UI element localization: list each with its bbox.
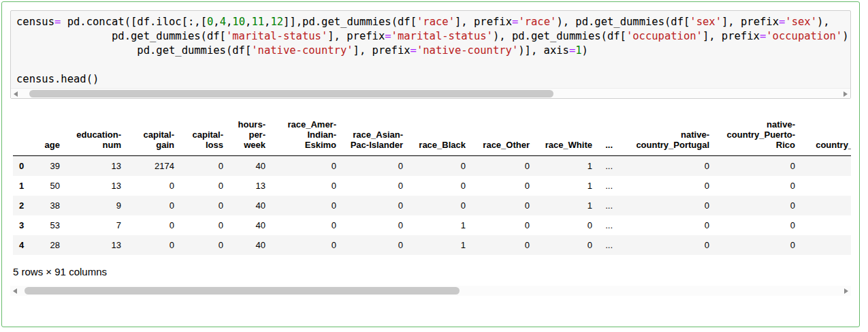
table-cell: 0 — [342, 176, 409, 196]
table-header-row: ageeducation-numcapital-gaincapital-loss… — [13, 115, 851, 156]
code-line: pd.get_dummies(df['native-country'], pre… — [16, 44, 845, 58]
table-cell: 53 — [36, 215, 66, 235]
table-cell: ... — [598, 235, 619, 255]
output-area: ageeducation-numcapital-gaincapital-loss… — [10, 115, 851, 296]
table-cell: 0 — [409, 196, 472, 215]
column-header: native-country_Scotland — [801, 115, 851, 156]
notebook-cell[interactable]: census= pd.concat([df.iloc[:,[0,4,10,11,… — [1, 1, 860, 327]
table-cell: ... — [598, 156, 619, 177]
table-cell: 0 — [272, 156, 342, 177]
table-cell: 0 — [127, 176, 180, 196]
output-h-scrollbar[interactable] — [10, 286, 851, 296]
scroll-right-arrow-icon[interactable] — [841, 286, 851, 296]
table-row: 03913217404000001...000 — [13, 156, 851, 177]
table-cell: 39 — [36, 156, 66, 177]
table-row: 2389004000001...000 — [13, 196, 851, 215]
table-cell: 40 — [229, 196, 272, 215]
table-cell: 1 — [536, 176, 598, 196]
column-header: race_Other — [472, 115, 536, 156]
table-cell: 0 — [472, 156, 536, 177]
column-header: education-num — [66, 115, 127, 156]
table-body: 03913217404000001...00015013001300001...… — [13, 156, 851, 256]
table-cell: 40 — [229, 156, 272, 177]
table-cell: 0 — [536, 235, 598, 255]
table-cell: 2174 — [127, 156, 180, 177]
scroll-right-arrow-icon[interactable] — [840, 89, 850, 99]
table-cell: 28 — [36, 235, 66, 255]
code-line: pd.get_dummies(df['marital-status'], pre… — [16, 29, 845, 44]
column-header: capital-loss — [180, 115, 229, 156]
notebook-page: census= pd.concat([df.iloc[:,[0,4,10,11,… — [0, 0, 868, 332]
table-cell: 0 — [180, 156, 229, 177]
scroll-left-arrow-icon[interactable] — [10, 286, 20, 296]
table-cell: 13 — [66, 235, 127, 255]
table-cell: 13 — [229, 176, 272, 196]
table-cell: 13 — [66, 156, 127, 177]
table-cell: 0 — [409, 156, 472, 177]
table-cell: 40 — [229, 215, 272, 235]
code-input-area: census= pd.concat([df.iloc[:,[0,4,10,11,… — [10, 10, 851, 99]
table-cell: 0 — [472, 176, 536, 196]
code-scroll-track[interactable] — [21, 89, 840, 98]
code-scroll-thumb[interactable] — [29, 90, 553, 97]
scroll-left-arrow-icon[interactable] — [11, 89, 21, 99]
table-cell: 0 — [801, 235, 851, 255]
column-header: hours-per-week — [229, 115, 272, 156]
table-cell: 0 — [619, 235, 716, 255]
table-cell: 0 — [716, 196, 801, 215]
table-cell: 0 — [801, 215, 851, 235]
table-cell: 0 — [180, 176, 229, 196]
table-cell: 0 — [472, 196, 536, 215]
index-header — [13, 115, 36, 156]
table-cell: 0 — [180, 215, 229, 235]
column-header: age — [36, 115, 66, 156]
table-cell: 0 — [716, 156, 801, 177]
table-cell: 0 — [472, 215, 536, 235]
table-cell: 0 — [272, 235, 342, 255]
table-cell: 7 — [66, 215, 127, 235]
table-cell: 1 — [536, 196, 598, 215]
table-cell: 0 — [472, 235, 536, 255]
table-cell: 38 — [36, 196, 66, 215]
output-scroll-track[interactable] — [20, 286, 841, 296]
row-index: 1 — [13, 176, 36, 196]
table-cell: 1 — [409, 235, 472, 255]
code-line — [16, 58, 845, 72]
column-header: native-country_Puerto-Rico — [716, 115, 801, 156]
dataframe-table: ageeducation-numcapital-gaincapital-loss… — [13, 115, 851, 255]
table-cell: 50 — [36, 176, 66, 196]
table-cell: 0 — [801, 196, 851, 215]
table-cell: 40 — [229, 235, 272, 255]
table-cell: 0 — [127, 235, 180, 255]
column-header: ... — [598, 115, 619, 156]
dataframe-summary: 5 rows × 91 columns — [13, 266, 851, 277]
table-cell: 0 — [801, 156, 851, 177]
code-line: census= pd.concat([df.iloc[:,[0,4,10,11,… — [16, 15, 845, 29]
row-index: 2 — [13, 196, 36, 215]
table-cell: 0 — [619, 176, 716, 196]
table-cell: 0 — [127, 215, 180, 235]
column-header: native-country_Portugal — [619, 115, 716, 156]
code-h-scrollbar[interactable] — [11, 88, 850, 98]
dataframe-container: ageeducation-numcapital-gaincapital-loss… — [10, 115, 851, 255]
table-cell: 0 — [716, 235, 801, 255]
table-cell: 0 — [342, 235, 409, 255]
table-cell: ... — [598, 176, 619, 196]
table-cell: 0 — [272, 215, 342, 235]
column-header: race_White — [536, 115, 598, 156]
table-cell: 0 — [619, 196, 716, 215]
table-row: 15013001300001...000 — [13, 176, 851, 196]
table-cell: 0 — [619, 215, 716, 235]
code-line: census.head() — [16, 72, 845, 87]
table-cell: 0 — [342, 196, 409, 215]
table-cell: 13 — [66, 176, 127, 196]
table-cell: 9 — [66, 196, 127, 215]
output-scroll-thumb[interactable] — [25, 287, 460, 295]
table-cell: ... — [598, 215, 619, 235]
table-cell: 0 — [272, 176, 342, 196]
table-cell: 1 — [409, 215, 472, 235]
table-row: 42813004000100...000 — [13, 235, 851, 255]
code-editor[interactable]: census= pd.concat([df.iloc[:,[0,4,10,11,… — [11, 11, 850, 88]
row-index: 4 — [13, 235, 36, 255]
column-header: race_Asian-Pac-Islander — [342, 115, 409, 156]
